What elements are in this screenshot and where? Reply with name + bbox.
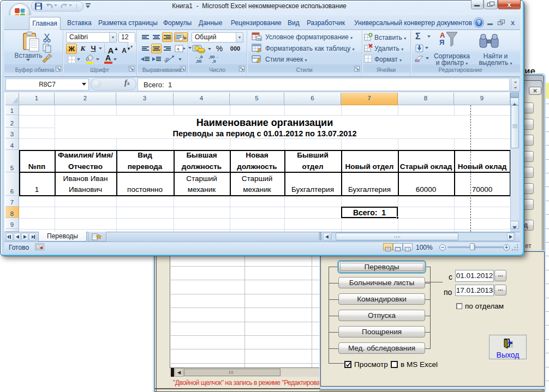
svg-text:a: a: [177, 46, 180, 51]
svg-text:ss: ss: [258, 37, 262, 41]
